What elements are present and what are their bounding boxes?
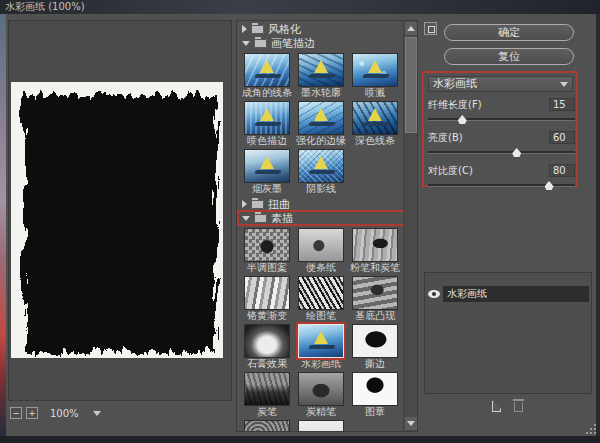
filter-thumbnail-label: 铬黄渐变 (247, 310, 287, 322)
filter-thumbnail-image[interactable] (298, 276, 344, 310)
filter-select-value: 水彩画纸 (433, 77, 477, 91)
slider-thumb[interactable] (458, 115, 467, 124)
filter-thumb-阴影线[interactable]: 阴影线 (294, 149, 348, 195)
filter-thumb-绘图笔[interactable]: 绘图笔 (294, 276, 348, 322)
reset-button[interactable]: 复位 (444, 48, 574, 65)
filter-select-dropdown[interactable]: 水彩画纸 (428, 76, 573, 92)
filter-thumbnail-label: 石膏效果 (247, 358, 287, 370)
filter-thumb-烟灰墨[interactable]: 烟灰墨 (240, 149, 294, 195)
ragged-black-rectangle (11, 82, 223, 358)
slider-value-field[interactable]: 60 (549, 131, 575, 144)
slider-value-field[interactable]: 15 (549, 98, 575, 111)
filter-thumb-撕边[interactable]: 撕边 (348, 324, 402, 370)
browser-scrollbar[interactable] (403, 21, 417, 431)
filter-thumbnail-image[interactable] (244, 149, 290, 183)
slider-track[interactable] (428, 181, 575, 190)
slider-label: 纤维长度(F) (428, 98, 482, 112)
filter-thumb-深色线条[interactable]: 深色线条 (348, 101, 402, 147)
filter-thumb-喷溅[interactable]: 喷溅 (348, 53, 402, 99)
filter-thumbnail-image[interactable] (244, 228, 290, 262)
filter-thumbnail-image[interactable] (244, 276, 290, 310)
filter-thumbnail-image[interactable] (352, 372, 398, 406)
filter-thumbnail-image[interactable] (244, 372, 290, 406)
slider-track[interactable] (428, 148, 575, 157)
filter-thumb-便条纸[interactable]: 便条纸 (294, 228, 348, 274)
preview-image-water-paper-effect (11, 82, 223, 358)
zoom-dropdown-caret-icon[interactable] (93, 411, 101, 416)
filter-thumb-图章[interactable]: 图章 (348, 372, 402, 418)
slider-group-container: 纤维长度(F)15亮度(B)60对比度(C)80 (428, 97, 575, 196)
filter-thumb-铬黄渐变[interactable]: 铬黄渐变 (240, 276, 294, 322)
filter-thumbnail-label: 成角的线条 (242, 87, 292, 99)
filter-thumb-喷色描边[interactable]: 喷色描边 (240, 101, 294, 147)
filter-thumbnail-image[interactable] (244, 53, 290, 87)
filter-thumb-partial[interactable] (240, 420, 294, 432)
filter-thumbnail-image[interactable] (298, 324, 344, 358)
resize-grip[interactable] (586, 424, 596, 434)
filter-thumbnail-image[interactable] (244, 324, 290, 358)
effect-layer-row[interactable]: 水彩画纸 (425, 286, 591, 302)
effect-layer-label[interactable]: 水彩画纸 (443, 286, 589, 302)
filter-thumbnail-image[interactable] (352, 324, 398, 358)
slider-track[interactable] (428, 115, 575, 124)
filter-thumbnail-image[interactable] (298, 149, 344, 183)
slider-thumb[interactable] (512, 148, 521, 157)
filter-thumbnail-label: 喷色描边 (247, 135, 287, 147)
category-row-画笔描边[interactable]: 画笔描边 (237, 36, 404, 50)
window-right-border (596, 14, 600, 436)
expand-triangle-icon[interactable] (242, 25, 247, 33)
filter-thumb-半调图案[interactable]: 半调图案 (240, 228, 294, 274)
filter-thumb-墨水轮廓[interactable]: 墨水轮廓 (294, 53, 348, 99)
category-label: 画笔描边 (271, 36, 315, 51)
filter-thumb-成角的线条[interactable]: 成角的线条 (240, 53, 294, 99)
scroll-down-button[interactable] (405, 417, 417, 430)
filter-thumb-炭笔[interactable]: 炭笔 (240, 372, 294, 418)
zoom-in-button[interactable]: + (26, 407, 38, 419)
folder-icon (251, 200, 264, 209)
filter-thumbnail-image[interactable] (244, 101, 290, 135)
new-effect-layer-button[interactable] (492, 401, 501, 412)
zoom-level-value[interactable]: 100% (50, 408, 79, 419)
category-row-风格化[interactable]: 风格化 (237, 22, 404, 36)
folder-icon (254, 214, 267, 223)
title-bar[interactable]: 水彩画纸 (100%) (0, 0, 600, 14)
delete-effect-layer-button[interactable] (514, 402, 523, 412)
filter-thumbnail-label: 撕边 (365, 358, 385, 370)
filter-thumbnail-image[interactable] (352, 101, 398, 135)
category-row-扭曲[interactable]: 扭曲 (237, 197, 404, 211)
filter-thumbnail-image[interactable] (298, 228, 344, 262)
filter-thumb-粉笔和炭笔[interactable]: 粉笔和炭笔 (348, 228, 402, 274)
filter-thumb-partial[interactable] (294, 420, 348, 432)
filter-category-browser: 风格化画笔描边成角的线条墨水轮廓喷溅喷色描边强化的边缘深色线条烟灰墨阴影线扭曲素… (236, 20, 418, 432)
filter-thumb-水彩画纸[interactable]: 水彩画纸 (294, 324, 348, 370)
category-row-素描[interactable]: 素描 (237, 211, 404, 225)
filter-preview-pane[interactable] (8, 20, 232, 401)
filter-thumb-基底凸现[interactable]: 基底凸现 (348, 276, 402, 322)
filter-thumbnail-label: 基底凸现 (355, 310, 395, 322)
filter-thumb-强化的边缘[interactable]: 强化的边缘 (294, 101, 348, 147)
filter-thumbnail-image[interactable] (352, 228, 398, 262)
filter-thumbnail-image[interactable] (298, 101, 344, 135)
chevron-down-icon (560, 82, 568, 87)
visibility-toggle[interactable] (425, 290, 443, 298)
scrollbar-thumb[interactable] (405, 37, 417, 133)
filter-thumb-石膏效果[interactable]: 石膏效果 (240, 324, 294, 370)
collapse-thumbnails-button[interactable] (424, 22, 437, 35)
scroll-up-button[interactable] (405, 22, 417, 35)
filter-thumbnail-image[interactable] (298, 372, 344, 406)
slider-thumb[interactable] (545, 181, 554, 190)
collapse-triangle-icon[interactable] (242, 41, 250, 46)
filter-thumbnail-image[interactable] (298, 53, 344, 87)
filter-thumbnail-image[interactable] (298, 420, 344, 432)
filter-thumbnail-image[interactable] (244, 420, 290, 432)
filter-thumbnail-image[interactable] (352, 53, 398, 87)
filter-thumbnail-image[interactable] (352, 276, 398, 310)
slider-label: 亮度(B) (428, 131, 463, 145)
slider-value-field[interactable]: 80 (549, 164, 575, 177)
slider-label: 对比度(C) (428, 164, 473, 178)
zoom-out-button[interactable]: − (10, 407, 22, 419)
collapse-triangle-icon[interactable] (242, 216, 250, 221)
expand-triangle-icon[interactable] (242, 200, 247, 208)
ok-button[interactable]: 确定 (444, 24, 574, 41)
filter-thumb-炭精笔[interactable]: 炭精笔 (294, 372, 348, 418)
